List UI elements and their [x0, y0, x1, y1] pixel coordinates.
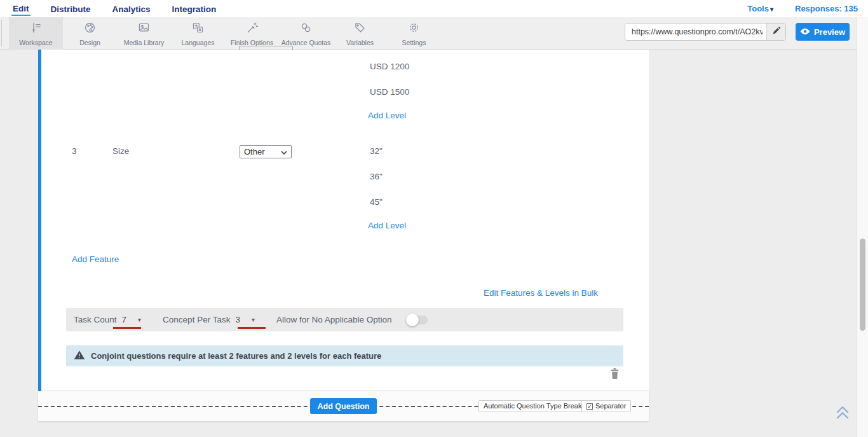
preview-button[interactable]: Preview: [796, 23, 850, 41]
workspace-icon: [29, 21, 43, 37]
nav-tab-edit[interactable]: Edit: [11, 1, 31, 16]
design-icon: [83, 21, 97, 37]
bulk-edit-link[interactable]: Edit Features & Levels in Bulk: [484, 288, 598, 298]
chevron-down-icon[interactable]: ▾: [138, 316, 141, 323]
auto-question-type-break-button[interactable]: Automatic Question Type Break: [478, 400, 587, 412]
vertical-scrollbar-track[interactable]: [857, 17, 868, 437]
concept-per-task-control[interactable]: Concept Per Task 3 ▾: [163, 315, 255, 324]
toggle-knob: [406, 314, 419, 326]
responses-count[interactable]: Responses: 135: [795, 4, 858, 13]
concept-per-task-red-underline: [238, 327, 266, 329]
conjoint-question-panel: USD 1200 USD 1500 Add Level 3 Size Other…: [38, 50, 649, 391]
task-settings-bar: Task Count 7 ▾ Concept Per Task 3 ▾ Allo…: [66, 308, 623, 331]
feature-name[interactable]: Size: [112, 146, 129, 156]
nav-tab-integration[interactable]: Integration: [171, 2, 218, 15]
no-applicable-label: Allow for No Applicable Option: [276, 315, 392, 324]
add-level-link[interactable]: Add Level: [368, 221, 406, 230]
editor-toolbar: Workspace Design Media Library Languages…: [0, 17, 857, 50]
toolbar-item-settings[interactable]: Settings: [387, 17, 441, 50]
chevron-down-icon[interactable]: ▾: [252, 316, 255, 323]
level-value[interactable]: USD 1200: [370, 62, 409, 71]
finish-options-tooltip-stub: [239, 46, 293, 50]
feature-index: 3: [72, 146, 77, 156]
feature-type-select[interactable]: Other: [240, 145, 292, 158]
active-question-accent-bar: [38, 50, 41, 391]
no-applicable-toggle[interactable]: [407, 316, 428, 324]
add-level-link[interactable]: Add Level: [368, 111, 406, 120]
toolbar-items: Workspace Design Media Library Languages…: [9, 17, 441, 50]
settings-icon: [407, 21, 421, 37]
add-question-button[interactable]: Add Question: [310, 398, 377, 414]
checkbox-checked-icon[interactable]: ✓: [587, 403, 593, 410]
task-count-red-underline: [113, 327, 141, 329]
advance-quotas-icon: [299, 21, 313, 37]
conjoint-warning-banner: Conjoint questions require at least 2 fe…: [66, 345, 623, 366]
finish-options-icon: [245, 21, 259, 37]
warning-icon: [74, 350, 85, 363]
survey-url-group: [625, 23, 786, 41]
toolbar-item-finish-options[interactable]: Finish Options: [225, 17, 279, 50]
delete-question-button[interactable]: [609, 368, 621, 380]
main-nav: Edit Distribute Analytics Integration: [11, 0, 217, 17]
tools-dropdown[interactable]: Tools▾: [747, 4, 773, 13]
toolbar-item-languages[interactable]: Languages: [171, 17, 225, 50]
questionpro-survey-editor: Edit Distribute Analytics Integration To…: [0, 0, 868, 437]
top-bar-right: Tools▾ Responses: 135: [747, 0, 858, 17]
nav-tab-distribute[interactable]: Distribute: [50, 2, 92, 15]
level-value[interactable]: USD 1500: [370, 87, 409, 97]
level-value[interactable]: 32": [370, 146, 383, 156]
separator-toggle[interactable]: ✓ Separator: [581, 400, 631, 412]
toolbar-left-divider: [1, 20, 2, 46]
toolbar-item-media-library[interactable]: Media Library: [117, 17, 171, 50]
double-chevron-up-icon: [835, 411, 850, 422]
trash-icon: [609, 371, 620, 382]
eye-icon: [800, 27, 810, 37]
nav-tab-analytics[interactable]: Analytics: [111, 2, 152, 15]
toolbar-item-variables[interactable]: Variables: [333, 17, 387, 50]
level-value[interactable]: 45": [370, 197, 383, 207]
top-bar: Edit Distribute Analytics Integration To…: [0, 0, 868, 17]
scroll-to-top-button[interactable]: [835, 405, 851, 421]
chevron-down-icon: ▾: [770, 6, 773, 13]
media-library-icon: [137, 21, 151, 37]
vertical-scrollbar-thumb[interactable]: [860, 239, 865, 331]
add-question-strip: Add Question Automatic Question Type Bre…: [38, 391, 649, 421]
edit-url-button[interactable]: [766, 24, 785, 40]
languages-icon: [191, 21, 205, 37]
task-count-control[interactable]: Task Count 7 ▾: [74, 315, 141, 324]
toolbar-item-workspace[interactable]: Workspace: [9, 17, 63, 50]
toolbar-item-design[interactable]: Design: [63, 17, 117, 50]
pencil-icon: [772, 26, 781, 38]
survey-url-input[interactable]: [625, 24, 766, 40]
level-value[interactable]: 36": [370, 172, 383, 181]
variables-icon: [353, 21, 367, 37]
chevron-down-icon: [281, 147, 287, 156]
toolbar-item-advance-quotas[interactable]: Advance Quotas: [279, 17, 333, 50]
add-feature-link[interactable]: Add Feature: [72, 254, 119, 264]
warning-text: Conjoint questions require at least 2 fe…: [91, 351, 381, 361]
